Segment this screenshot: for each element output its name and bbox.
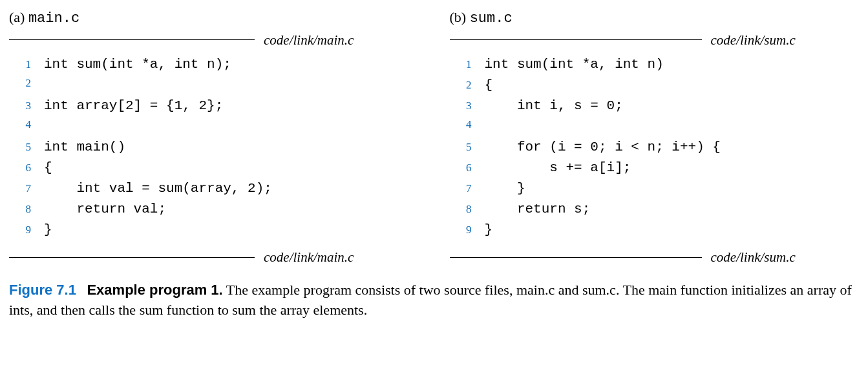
rule-top-b: code/link/sum.c — [450, 31, 860, 49]
code-text: { — [44, 159, 52, 177]
code-line: 3 int i, s = 0; — [450, 97, 860, 118]
code-line: 7 int val = sum(array, 2); — [9, 180, 419, 200]
line-number: 4 — [9, 118, 44, 132]
code-line: 1int sum(int *a, int n) — [450, 56, 860, 76]
line-number: 2 — [9, 76, 44, 91]
rule-line — [9, 257, 255, 258]
code-text: int sum(int *a, int n); — [44, 56, 231, 74]
code-text: } — [44, 221, 52, 239]
line-number: 8 — [9, 202, 44, 217]
caption-file-1: main.c — [516, 282, 555, 298]
code-text: return s; — [485, 200, 591, 218]
code-line: 9} — [450, 221, 860, 242]
rule-bot-b: code/link/sum.c — [450, 248, 860, 266]
caption-text-4: function initializes an array of — [677, 282, 852, 298]
code-line: 6 s += a[i]; — [450, 159, 860, 180]
file-path-top-a: code/link/main.c — [255, 31, 354, 49]
code-line: 2{ — [450, 76, 860, 97]
rule-line — [9, 39, 255, 40]
line-number: 7 — [450, 182, 485, 196]
code-line: 3int array[2] = {1, 2}; — [9, 97, 419, 118]
rule-line — [450, 257, 702, 258]
code-line: 4 — [9, 118, 419, 138]
panel-filename-b: sum.c — [470, 10, 513, 26]
code-line: 1int sum(int *a, int n); — [9, 56, 419, 76]
line-number: 3 — [450, 99, 485, 114]
line-number: 5 — [9, 140, 44, 155]
panel-label-b: (b) sum.c — [450, 8, 860, 28]
panel-tag-b: (b) — [450, 9, 467, 25]
code-text: return val; — [44, 200, 166, 218]
code-line: 9} — [9, 221, 419, 242]
code-text: } — [485, 221, 493, 239]
line-number: 8 — [450, 202, 485, 217]
code-line: 7 } — [450, 180, 860, 200]
line-number: 6 — [9, 161, 44, 176]
figure-caption: Figure 7.1 Example program 1. The exampl… — [9, 280, 859, 320]
line-number: 7 — [9, 182, 44, 196]
file-path-bot-a: code/link/main.c — [255, 248, 354, 266]
code-line: 5int main() — [9, 138, 419, 159]
line-number: 3 — [9, 99, 44, 114]
line-number: 2 — [450, 78, 485, 93]
line-number: 6 — [450, 161, 485, 176]
file-path-top-b: code/link/sum.c — [702, 31, 796, 49]
caption-fn-2: sum — [140, 302, 164, 318]
code-line: 8 return s; — [450, 200, 860, 221]
line-number: 5 — [450, 140, 485, 155]
line-number: 4 — [450, 118, 485, 132]
code-line: 4 — [450, 118, 860, 138]
caption-text-6: function to sum the array elements. — [163, 302, 367, 318]
figure-number: Figure 7.1 — [9, 282, 76, 298]
code-text: int val = sum(array, 2); — [44, 180, 272, 198]
panel-label-a: (a) main.c — [9, 8, 419, 28]
code-text: int i, s = 0; — [485, 97, 623, 115]
line-number: 9 — [450, 223, 485, 238]
code-text: } — [485, 180, 525, 198]
caption-type-1: ints — [9, 302, 30, 318]
panel-tag-a: (a) — [9, 9, 25, 25]
code-text: for (i = 0; i < n; i++) { — [485, 138, 721, 156]
code-line: 8 return val; — [9, 200, 419, 221]
line-number: 1 — [9, 58, 44, 72]
code-block-a: 1int sum(int *a, int n);23int array[2] =… — [9, 49, 419, 248]
panel-sum: (b) sum.c code/link/sum.c 1int sum(int *… — [450, 8, 860, 266]
caption-file-2: sum.c — [582, 282, 616, 298]
caption-text-1: The example program consists of two sour… — [223, 282, 516, 298]
figure-title: Example program 1. — [87, 282, 222, 298]
code-line: 6{ — [9, 159, 419, 180]
rule-line — [450, 39, 702, 40]
code-line: 5 for (i = 0; i < n; i++) { — [450, 138, 860, 159]
code-text: int sum(int *a, int n) — [485, 56, 664, 74]
line-number: 9 — [9, 223, 44, 238]
caption-text-2: and — [555, 282, 582, 298]
line-number: 1 — [450, 58, 485, 72]
code-text: { — [485, 76, 493, 94]
caption-fn-1: main — [648, 282, 677, 298]
caption-text-5: , and then calls the — [30, 302, 140, 318]
code-text: int array[2] = {1, 2}; — [44, 97, 223, 115]
code-line: 2 — [9, 76, 419, 97]
file-path-bot-b: code/link/sum.c — [702, 248, 796, 266]
rule-bot-a: code/link/main.c — [9, 248, 419, 266]
panel-main: (a) main.c code/link/main.c 1int sum(int… — [9, 8, 419, 266]
code-block-b: 1int sum(int *a, int n)2{3 int i, s = 0;… — [450, 49, 860, 248]
rule-top-a: code/link/main.c — [9, 31, 419, 49]
code-columns: (a) main.c code/link/main.c 1int sum(int… — [9, 8, 859, 266]
code-text: s += a[i]; — [485, 159, 631, 177]
panel-filename-a: main.c — [28, 10, 79, 26]
caption-text-3: . The — [616, 282, 648, 298]
code-text: int main() — [44, 138, 125, 156]
